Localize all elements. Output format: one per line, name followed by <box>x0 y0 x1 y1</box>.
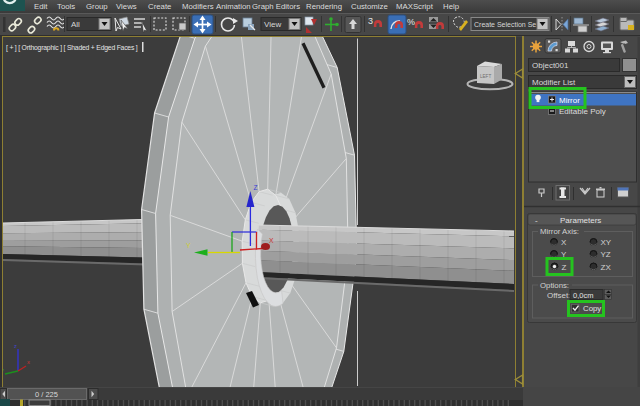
svg-text:Z: Z <box>254 184 258 191</box>
svg-text:Offset:: Offset: <box>547 291 570 300</box>
svg-text:Mirror: Mirror <box>559 96 580 105</box>
svg-text:Z: Z <box>562 263 567 272</box>
svg-text:y: y <box>3 367 4 373</box>
svg-text:LEFT: LEFT <box>480 74 491 79</box>
svg-text:0 / 225: 0 / 225 <box>35 390 58 399</box>
svg-text:Mirror Axis:: Mirror Axis: <box>540 227 579 236</box>
svg-text:Copy: Copy <box>583 304 601 313</box>
svg-text:Object001: Object001 <box>532 61 569 70</box>
svg-text:YZ: YZ <box>601 250 611 259</box>
svg-text:Parameters: Parameters <box>560 216 601 225</box>
svg-text:X: X <box>561 238 567 247</box>
svg-text:x: x <box>27 359 30 365</box>
svg-text:3: 3 <box>368 16 373 26</box>
svg-text:-: - <box>535 216 538 225</box>
svg-text:z: z <box>14 343 17 349</box>
svg-text:%: % <box>407 17 415 27</box>
svg-text:All: All <box>71 20 80 29</box>
svg-text:Modifier List: Modifier List <box>532 78 576 87</box>
svg-text:Create Selection Se: Create Selection Se <box>474 21 536 28</box>
svg-text:XY: XY <box>601 238 612 247</box>
svg-text:[ + ] [ Orthographic ] [ Shade: [ + ] [ Orthographic ] [ Shaded + Edged … <box>6 44 138 52</box>
svg-text:Options:: Options: <box>540 281 569 290</box>
svg-text:ZX: ZX <box>601 263 612 272</box>
svg-text:X: X <box>269 237 274 244</box>
svg-text:0,0cm: 0,0cm <box>573 291 593 300</box>
svg-text:View: View <box>264 20 281 29</box>
svg-text:Y: Y <box>186 242 191 249</box>
